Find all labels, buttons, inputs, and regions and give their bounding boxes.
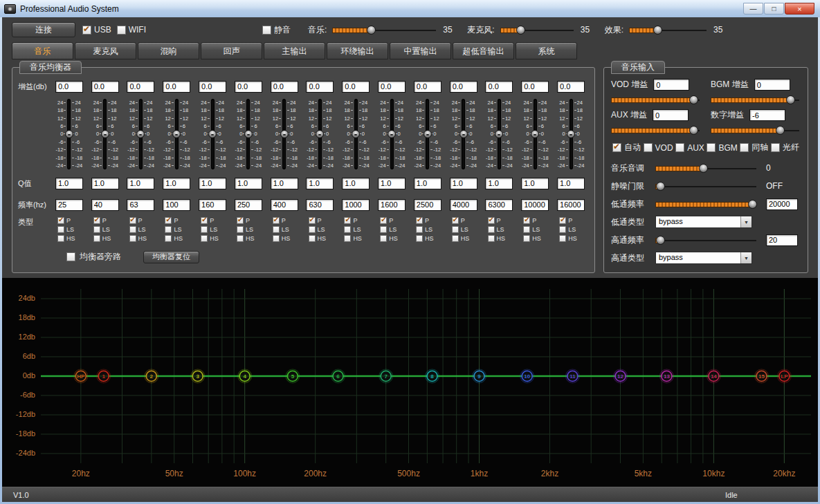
band-13-ls-checkbox[interactable] bbox=[488, 226, 495, 233]
dropdown-arrow-icon[interactable]: ▼ bbox=[740, 216, 751, 227]
band-9-freq-input[interactable] bbox=[342, 199, 370, 211]
band-10-gain-input[interactable] bbox=[378, 81, 406, 93]
highpass-freq-value-input[interactable] bbox=[766, 234, 798, 246]
tab-microphone[interactable]: 麦克风 bbox=[75, 42, 136, 59]
coaxial-checkbox[interactable] bbox=[740, 143, 749, 152]
band-7-q-input[interactable] bbox=[271, 178, 298, 189]
minimize-button[interactable]: — bbox=[743, 3, 763, 15]
band-8-freq-input[interactable] bbox=[306, 199, 334, 211]
band-2-gain-input[interactable] bbox=[91, 81, 119, 93]
highpass-freq-slider-knob[interactable] bbox=[656, 236, 665, 245]
band-5-ls-checkbox[interactable] bbox=[201, 226, 208, 233]
band-7-gain-input[interactable] bbox=[271, 81, 298, 93]
eq-marker-5[interactable]: 5 bbox=[286, 369, 300, 383]
auto-checkbox[interactable] bbox=[612, 143, 621, 152]
band-7-p-checkbox[interactable] bbox=[273, 217, 280, 224]
tab-music[interactable]: 音乐 bbox=[12, 42, 73, 59]
connect-button[interactable]: 连接 bbox=[12, 22, 75, 37]
band-2-ls-checkbox[interactable] bbox=[93, 226, 100, 233]
tab-main-output[interactable]: 主输出 bbox=[264, 42, 325, 59]
band-7-ls-checkbox[interactable] bbox=[273, 226, 280, 233]
band-11-freq-input[interactable] bbox=[414, 199, 441, 211]
band-15-q-input[interactable] bbox=[557, 178, 585, 189]
band-9-gain-input[interactable] bbox=[342, 81, 370, 93]
band-7-hs-checkbox[interactable] bbox=[273, 235, 280, 242]
band-4-p-checkbox[interactable] bbox=[165, 217, 172, 224]
band-1-gain-input[interactable] bbox=[55, 81, 83, 93]
dropdown-arrow-icon[interactable]: ▼ bbox=[740, 252, 751, 263]
tab-echo[interactable]: 回声 bbox=[201, 42, 262, 59]
tab-system[interactable]: 系统 bbox=[516, 42, 577, 59]
eq-marker-LP[interactable]: LP bbox=[777, 369, 791, 383]
band-13-slider-knob[interactable] bbox=[495, 130, 503, 138]
band-4-freq-input[interactable] bbox=[163, 199, 190, 211]
eq-bypass-checkbox[interactable] bbox=[66, 252, 75, 261]
highpass-type-select[interactable]: bypass▼ bbox=[655, 252, 752, 264]
bgm-checkbox[interactable] bbox=[707, 143, 716, 152]
band-14-ls-checkbox[interactable] bbox=[523, 226, 530, 233]
band-8-slider-knob[interactable] bbox=[316, 130, 324, 138]
effect-level-slider[interactable] bbox=[629, 25, 707, 35]
band-14-hs-checkbox[interactable] bbox=[523, 235, 530, 242]
band-9-q-input[interactable] bbox=[342, 178, 370, 189]
lowpass-freq-slider[interactable] bbox=[655, 199, 756, 209]
band-4-hs-checkbox[interactable] bbox=[165, 235, 172, 242]
band-8-q-input[interactable] bbox=[306, 178, 334, 189]
band-5-freq-input[interactable] bbox=[199, 199, 226, 211]
vod-gain-input[interactable] bbox=[653, 79, 689, 91]
maximize-button[interactable]: □ bbox=[764, 3, 784, 15]
eq-marker-14[interactable]: 14 bbox=[707, 369, 720, 383]
band-9-slider-knob[interactable] bbox=[352, 130, 360, 138]
band-6-slider-track[interactable] bbox=[246, 99, 250, 169]
band-15-gain-input[interactable] bbox=[557, 81, 585, 93]
band-14-q-input[interactable] bbox=[521, 178, 549, 189]
squelch-threshold-slider[interactable] bbox=[655, 181, 756, 192]
band-12-p-checkbox[interactable] bbox=[452, 217, 459, 224]
eq-marker-8[interactable]: 8 bbox=[426, 369, 439, 383]
band-12-hs-checkbox[interactable] bbox=[452, 235, 459, 242]
band-10-ls-checkbox[interactable] bbox=[380, 226, 387, 233]
band-13-freq-input[interactable] bbox=[485, 199, 513, 211]
music-tone-slider-knob[interactable] bbox=[699, 164, 708, 173]
eq-marker-2[interactable]: 2 bbox=[145, 369, 158, 383]
band-4-slider-knob[interactable] bbox=[172, 130, 181, 138]
band-1-q-input[interactable] bbox=[55, 178, 83, 189]
eq-marker-1[interactable]: 1 bbox=[97, 369, 111, 383]
mic-level-slider-knob[interactable] bbox=[516, 26, 525, 35]
band-11-slider-track[interactable] bbox=[426, 99, 429, 169]
band-12-gain-input[interactable] bbox=[450, 81, 477, 93]
band-4-ls-checkbox[interactable] bbox=[165, 226, 172, 233]
band-13-hs-checkbox[interactable] bbox=[488, 235, 495, 242]
bgm-gain-slider-knob[interactable] bbox=[786, 95, 795, 104]
band-6-slider-knob[interactable] bbox=[244, 130, 253, 138]
band-12-ls-checkbox[interactable] bbox=[452, 226, 459, 233]
band-5-p-checkbox[interactable] bbox=[201, 217, 208, 224]
band-7-slider-knob[interactable] bbox=[280, 130, 289, 138]
aux-gain-slider-knob[interactable] bbox=[689, 126, 698, 135]
band-8-p-checkbox[interactable] bbox=[309, 217, 316, 224]
band-5-hs-checkbox[interactable] bbox=[201, 235, 208, 242]
band-6-p-checkbox[interactable] bbox=[237, 217, 244, 224]
eq-marker-4[interactable]: 4 bbox=[238, 369, 252, 383]
band-5-slider-knob[interactable] bbox=[208, 130, 217, 138]
close-button[interactable]: × bbox=[785, 3, 814, 15]
band-7-freq-input[interactable] bbox=[271, 199, 298, 211]
mic-level-slider[interactable] bbox=[500, 25, 574, 35]
band-15-slider-track[interactable] bbox=[570, 99, 573, 169]
digital-gain-slider-knob[interactable] bbox=[776, 126, 785, 135]
wifi-checkbox[interactable] bbox=[117, 26, 126, 35]
band-6-freq-input[interactable] bbox=[235, 199, 262, 211]
band-9-hs-checkbox[interactable] bbox=[344, 235, 351, 242]
bgm-gain-input[interactable] bbox=[754, 79, 790, 91]
band-3-slider-knob[interactable] bbox=[136, 130, 145, 138]
band-3-freq-input[interactable] bbox=[127, 199, 154, 211]
band-14-p-checkbox[interactable] bbox=[523, 217, 530, 224]
effect-level-slider-knob[interactable] bbox=[653, 26, 662, 35]
vod-checkbox[interactable] bbox=[644, 143, 653, 152]
band-14-freq-input[interactable] bbox=[521, 199, 549, 211]
band-9-slider-track[interactable] bbox=[354, 99, 358, 169]
band-3-q-input[interactable] bbox=[127, 178, 154, 189]
bgm-gain-slider[interactable] bbox=[711, 95, 799, 105]
band-1-p-checkbox[interactable] bbox=[57, 217, 64, 224]
band-6-q-input[interactable] bbox=[235, 178, 262, 189]
